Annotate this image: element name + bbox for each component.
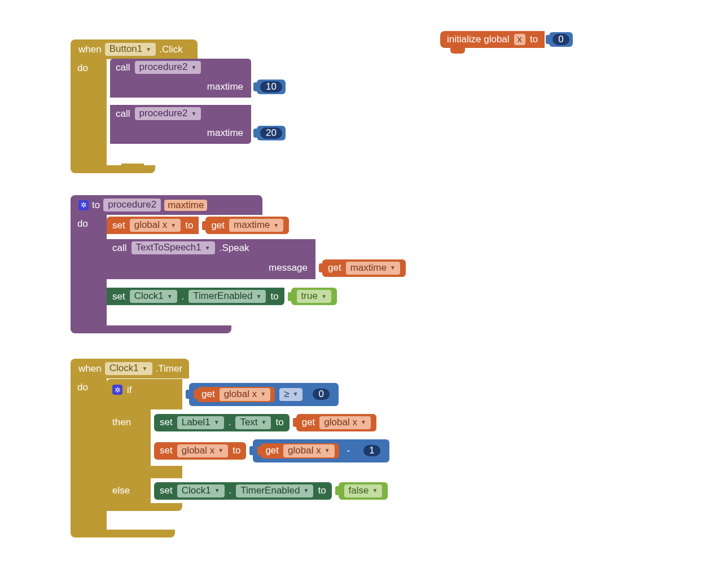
chevron-down-icon: ▼ — [324, 447, 330, 453]
chevron-down-icon: ▼ — [390, 265, 396, 271]
gear-icon[interactable]: ✲ — [112, 385, 122, 395]
minus-op: - — [344, 445, 354, 456]
operator-dropdown[interactable]: ≥ ▼ — [279, 388, 302, 401]
chevron-down-icon: ▼ — [170, 222, 176, 228]
do-label: do — [77, 63, 88, 73]
chevron-down-icon: ▼ — [293, 391, 299, 397]
var-dropdown[interactable]: global x ▼ — [319, 416, 371, 429]
var-name: global x — [134, 219, 168, 231]
set-kw: set — [112, 291, 125, 302]
set-clock1-timerenabled-true[interactable]: set Clock1 ▼ . TimerEnabled ▼ to true ▼ — [107, 288, 337, 305]
component-name: Label1 — [182, 417, 210, 428]
component-dropdown[interactable]: TextToSpeech1 ▼ — [131, 241, 215, 254]
var-dropdown[interactable]: global x ▼ — [130, 219, 181, 232]
procedure-name: procedure2 — [139, 108, 188, 119]
init-varname[interactable]: x — [514, 34, 526, 45]
property-name: TimerEnabled — [193, 290, 252, 302]
src-dropdown[interactable]: maxtime ▼ — [346, 262, 400, 275]
var-name: global x — [224, 389, 257, 400]
chevron-down-icon: ▼ — [214, 487, 220, 493]
then-kw: then — [112, 417, 131, 428]
set-clock1-timerenabled-false[interactable]: set Clock1 ▼ . TimerEnabled ▼ to — [154, 482, 332, 500]
get-kw: get — [328, 262, 341, 274]
gear-icon[interactable]: ✲ — [78, 200, 89, 210]
set-kw: set — [160, 417, 173, 428]
true-block[interactable]: true ▼ — [291, 288, 337, 305]
false-block[interactable]: false ▼ — [339, 482, 388, 500]
event-suffix: .Click — [159, 44, 183, 55]
call-tts-speak[interactable]: call TextToSpeech1 ▼ .Speak message get … — [107, 239, 406, 279]
dot: . — [182, 291, 185, 302]
get-kw: get — [302, 417, 315, 428]
number-input-1[interactable]: 1 — [360, 443, 383, 458]
init-global-block[interactable]: initialize global x to 0 — [440, 31, 573, 48]
property-dropdown[interactable]: TimerEnabled ▼ — [188, 290, 266, 303]
src-dropdown[interactable]: maxtime ▼ — [229, 219, 283, 232]
chevron-down-icon: ▼ — [218, 447, 223, 453]
when-kw: when — [78, 363, 102, 374]
component-dropdown[interactable]: Button1 ▼ — [105, 43, 156, 56]
property-dropdown[interactable]: TimerEnabled ▼ — [236, 484, 313, 497]
get-global-x[interactable]: get global x ▼ — [197, 387, 275, 402]
number-input-20[interactable]: 20 — [257, 126, 286, 140]
set-global-x-maxtime[interactable]: set global x ▼ to get maxtime ▼ — [107, 217, 289, 234]
set-kw: set — [160, 485, 173, 496]
proc-arg[interactable]: maxtime — [164, 200, 207, 211]
init-prefix: initialize global — [447, 34, 510, 45]
number-value: 10 — [260, 81, 282, 92]
bool-dropdown[interactable]: true ▼ — [297, 290, 331, 303]
proc-name-field[interactable]: procedure2 — [103, 199, 161, 211]
chevron-down-icon: ▼ — [146, 46, 151, 52]
var-dropdown[interactable]: global x ▼ — [283, 444, 335, 457]
component-dropdown[interactable]: Clock1 ▼ — [105, 362, 152, 375]
proc-name: procedure2 — [108, 199, 156, 210]
component-name: TextToSpeech1 — [136, 242, 201, 253]
chevron-down-icon: ▼ — [205, 245, 210, 251]
set-label1-text[interactable]: set Label1 ▼ . Text ▼ to — [154, 414, 290, 431]
minus-block[interactable]: get global x ▼ - 1 — [253, 439, 389, 462]
var-dropdown[interactable]: global x ▼ — [220, 388, 271, 401]
dot: . — [229, 485, 232, 496]
number-value: 0 — [313, 389, 329, 400]
get-global-x-2[interactable]: get global x ▼ — [296, 414, 376, 431]
call-procedure2-1[interactable]: call procedure2 ▼ maxtime 10 — [110, 59, 286, 98]
get-global-x-3[interactable]: get global x ▼ — [261, 443, 339, 459]
call-procedure2-2[interactable]: call procedure2 ▼ maxtime 20 — [110, 105, 286, 144]
chevron-down-icon: ▼ — [304, 487, 309, 493]
var-name: global x — [288, 445, 321, 456]
procedure-dropdown[interactable]: procedure2 ▼ — [135, 61, 201, 74]
if-then-else-block[interactable]: ✲ if get global x ▼ ≥ ▼ 0 then — [107, 379, 389, 511]
chevron-down-icon: ▼ — [260, 391, 266, 397]
init-to: to — [530, 34, 538, 45]
get-maxtime-msg[interactable]: get maxtime ▼ — [322, 259, 406, 277]
to-kw: to — [318, 485, 326, 496]
compare-block[interactable]: get global x ▼ ≥ ▼ 0 — [189, 383, 339, 406]
bool-dropdown[interactable]: false ▼ — [344, 484, 383, 497]
component-dropdown[interactable]: Clock1 ▼ — [130, 290, 177, 303]
procedure-name: procedure2 — [139, 61, 188, 73]
chevron-down-icon: ▼ — [214, 419, 220, 425]
number-input-0[interactable]: 0 — [309, 387, 332, 402]
component-dropdown[interactable]: Clock1 ▼ — [177, 484, 225, 497]
get-maxtime[interactable]: get maxtime ▼ — [205, 217, 289, 234]
init-global-inner: initialize global x to — [440, 31, 545, 48]
to-kw: to — [233, 445, 240, 456]
if-kw: if — [127, 385, 132, 396]
chevron-down-icon: ▼ — [261, 419, 267, 425]
chevron-down-icon: ▼ — [167, 293, 173, 299]
bool-value: true — [301, 290, 318, 302]
do-label: do — [77, 218, 88, 229]
block-tab — [121, 164, 144, 170]
number-value: 1 — [363, 445, 380, 456]
property-dropdown[interactable]: Text ▼ — [235, 416, 271, 429]
init-value-block[interactable]: 0 — [549, 32, 572, 47]
procedure-dropdown[interactable]: procedure2 ▼ — [135, 107, 201, 120]
number-input-10[interactable]: 10 — [257, 80, 286, 94]
else-kw: else — [112, 485, 130, 496]
component-dropdown[interactable]: Label1 ▼ — [177, 416, 224, 429]
var-dropdown[interactable]: global x ▼ — [177, 444, 229, 457]
call-kw: call — [112, 243, 127, 254]
var-name: global x — [182, 445, 215, 456]
set-global-x-decr[interactable]: set global x ▼ to — [154, 442, 246, 460]
chevron-down-icon: ▼ — [321, 293, 327, 299]
